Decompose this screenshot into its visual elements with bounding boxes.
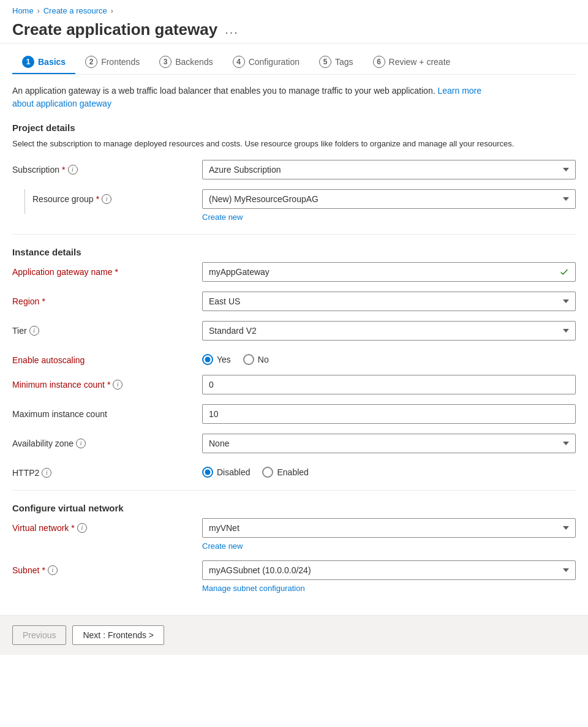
subscription-label: Subscription <box>12 165 59 175</box>
http2-label-col: HTTP2 i <box>12 463 202 478</box>
autoscaling-yes-radio[interactable] <box>202 354 213 365</box>
app-gateway-name-required: * <box>115 267 118 277</box>
resource-group-required: * <box>96 194 99 204</box>
http2-input-col: Disabled Enabled <box>202 463 576 478</box>
tab-basics-num: 1 <box>22 56 34 68</box>
resource-group-dropdown[interactable]: (New) MyResourceGroupAG <box>202 189 576 209</box>
breadcrumb: Home › Create a resource › <box>12 6 576 15</box>
tier-input-col: Standard V2 <box>202 321 576 341</box>
resource-group-create-new-link[interactable]: Create new <box>202 213 576 222</box>
availability-zone-input-col: None <box>202 434 576 453</box>
previous-button[interactable]: Previous <box>12 625 66 645</box>
subscription-row: Subscription * i Azure Subscription <box>12 160 576 179</box>
availability-zone-dropdown[interactable]: None <box>202 434 576 453</box>
app-gateway-name-row: Application gateway name * <box>12 262 576 282</box>
page-title: Create application gateway <box>12 20 217 39</box>
tab-tags[interactable]: 5 Tags <box>309 51 363 74</box>
tier-row: Tier i Standard V2 <box>12 321 576 341</box>
breadcrumb-create-resource[interactable]: Create a resource <box>43 6 107 15</box>
subscription-info-icon[interactable]: i <box>68 165 78 175</box>
tab-basics-label: Basics <box>38 57 66 67</box>
tab-backends-label: Backends <box>175 57 213 67</box>
max-instance-input[interactable] <box>202 404 576 424</box>
subscription-dropdown[interactable]: Azure Subscription <box>202 160 576 179</box>
availability-zone-row: Availability zone i None <box>12 434 576 453</box>
region-required: * <box>42 296 45 306</box>
availability-zone-label-col: Availability zone i <box>12 434 202 448</box>
subnet-dropdown[interactable]: myAGSubnet (10.0.0.0/24) <box>202 560 576 580</box>
tab-backends-num: 3 <box>159 56 172 68</box>
page-menu-dots[interactable]: ... <box>225 23 239 37</box>
min-instance-required: * <box>107 380 110 390</box>
project-details-sub: Select the subscription to manage deploy… <box>12 138 576 150</box>
tab-configuration[interactable]: 4 Configuration <box>223 51 309 74</box>
region-label-col: Region * <box>12 292 202 306</box>
learn-more-link[interactable]: Learn more <box>437 86 481 96</box>
app-gateway-name-input-col <box>202 262 576 282</box>
availability-zone-info-icon[interactable]: i <box>76 439 86 448</box>
subnet-input-col: myAGSubnet (10.0.0.0/24) Manage subnet c… <box>202 560 576 593</box>
min-instance-row: Minimum instance count * i <box>12 375 576 394</box>
tab-frontends-num: 2 <box>85 56 97 68</box>
virtual-network-create-new-link[interactable]: Create new <box>202 541 576 551</box>
tier-label: Tier <box>12 326 27 336</box>
autoscaling-yes-option[interactable]: Yes <box>202 354 231 365</box>
description-text: An application gateway is a web traffic … <box>12 86 435 96</box>
min-instance-input[interactable] <box>202 375 576 394</box>
virtual-network-dropdown[interactable]: myVNet <box>202 518 576 538</box>
description-block: An application gateway is a web traffic … <box>12 85 576 110</box>
subscription-required: * <box>62 165 65 175</box>
tier-info-icon[interactable]: i <box>29 326 39 336</box>
tab-basics[interactable]: 1 Basics <box>12 51 75 74</box>
http2-disabled-option[interactable]: Disabled <box>202 467 250 478</box>
resource-group-info-icon[interactable]: i <box>102 194 111 204</box>
http2-enabled-option[interactable]: Enabled <box>262 467 308 478</box>
tab-review-create[interactable]: 6 Review + create <box>363 51 461 74</box>
subnet-info-icon[interactable]: i <box>48 565 58 575</box>
project-details-heading: Project details <box>12 122 576 133</box>
virtual-network-required: * <box>71 523 74 533</box>
breadcrumb-home[interactable]: Home <box>12 6 34 15</box>
virtual-network-info-icon[interactable]: i <box>77 523 87 533</box>
resource-group-label: Resource group <box>32 194 94 204</box>
virtual-network-input-col: myVNet Create new <box>202 518 576 551</box>
region-dropdown[interactable]: East US <box>202 292 576 311</box>
http2-disabled-radio[interactable] <box>202 467 213 478</box>
tier-dropdown[interactable]: Standard V2 <box>202 321 576 341</box>
max-instance-label: Maximum instance count <box>12 409 107 419</box>
http2-radio-group: Disabled Enabled <box>202 463 576 478</box>
subscription-label-col: Subscription * i <box>12 160 202 175</box>
tab-frontends[interactable]: 2 Frontends <box>75 51 149 74</box>
virtual-network-label-col: Virtual network * i <box>12 518 202 533</box>
resource-group-input-col: (New) MyResourceGroupAG Create new <box>202 189 576 222</box>
configure-vnet-heading: Configure virtual network <box>12 503 576 513</box>
autoscaling-no-option[interactable]: No <box>243 354 269 365</box>
tab-backends[interactable]: 3 Backends <box>149 51 222 74</box>
resource-group-row: Resource group * i (New) MyResourceGroup… <box>12 189 576 222</box>
app-gateway-name-input[interactable] <box>202 262 576 282</box>
min-instance-info-icon[interactable]: i <box>113 380 123 390</box>
autoscaling-no-label: No <box>258 355 269 364</box>
about-app-gateway-link[interactable]: about application gateway <box>12 99 111 108</box>
divider-2 <box>12 490 576 491</box>
tab-frontends-label: Frontends <box>101 57 140 67</box>
autoscaling-row: Enable autoscaling Yes No <box>12 350 576 365</box>
max-instance-input-col <box>202 404 576 424</box>
next-button[interactable]: Next : Frontends > <box>72 625 164 645</box>
http2-info-icon[interactable]: i <box>42 468 51 478</box>
tab-configuration-label: Configuration <box>249 57 300 67</box>
app-gateway-name-label: Application gateway name <box>12 267 112 277</box>
resource-group-indent: Resource group * i <box>12 189 202 214</box>
min-instance-label: Minimum instance count <box>12 380 105 390</box>
max-instance-label-col: Maximum instance count <box>12 404 202 419</box>
http2-disabled-label: Disabled <box>217 467 250 477</box>
subnet-label-col: Subnet * i <box>12 560 202 575</box>
http2-enabled-radio[interactable] <box>262 467 273 478</box>
tier-label-col: Tier i <box>12 321 202 336</box>
manage-subnet-link[interactable]: Manage subnet configuration <box>202 584 576 593</box>
tab-tags-label: Tags <box>335 57 353 67</box>
autoscaling-no-radio[interactable] <box>243 354 254 365</box>
http2-label: HTTP2 <box>12 468 39 478</box>
virtual-network-label: Virtual network <box>12 523 69 533</box>
virtual-network-row: Virtual network * i myVNet Create new <box>12 518 576 551</box>
